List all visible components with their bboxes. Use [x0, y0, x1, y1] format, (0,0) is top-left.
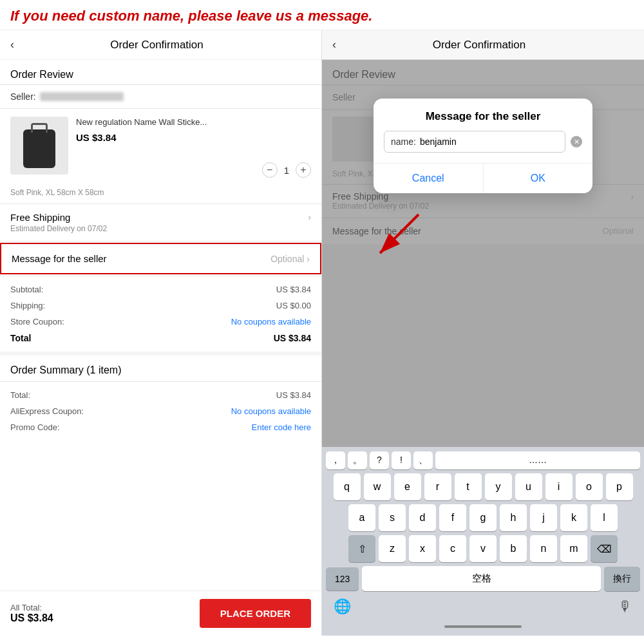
keyboard-mic-button[interactable]: 🎙: [613, 596, 638, 618]
dialog-clear-button[interactable]: ✕: [571, 136, 582, 147]
right-nav-bar: ‹ Order Confirmation: [322, 30, 644, 60]
key-period[interactable]: 。: [348, 451, 367, 469]
key-h[interactable]: h: [500, 504, 527, 531]
keyboard-globe-button[interactable]: 🌐: [328, 596, 356, 618]
os-coupon-value[interactable]: No coupons available: [231, 406, 311, 416]
quantity-row: − 1 +: [76, 162, 311, 178]
keyboard-row-2: a s d f g h j k l: [323, 502, 643, 533]
key-a[interactable]: a: [348, 504, 375, 531]
summary-section: Subtotal: US $3.84 Shipping: US $0.00 St…: [0, 276, 321, 352]
key-k[interactable]: k: [560, 504, 587, 531]
key-t[interactable]: t: [455, 473, 482, 500]
header-banner: If you need custom name, please leave us…: [0, 0, 644, 30]
coupon-value[interactable]: No coupons available: [231, 317, 311, 327]
key-u[interactable]: u: [515, 473, 542, 500]
coupon-label: Store Coupon:: [10, 317, 64, 327]
key-comma[interactable]: ，: [326, 451, 345, 469]
order-summary-heading: Order Summary (1 item): [0, 355, 321, 381]
key-question[interactable]: ?: [370, 451, 389, 469]
key-v[interactable]: v: [469, 535, 497, 562]
dialog-input-row: name: ✕: [374, 131, 592, 163]
key-space[interactable]: 空格: [362, 566, 601, 591]
ios-keyboard: ， 。 ? ! 、 …… q w e r t y u i o p: [322, 447, 644, 636]
os-total-label: Total:: [10, 390, 30, 400]
place-order-button[interactable]: PLACE ORDER: [200, 599, 311, 628]
dialog-cancel-button[interactable]: Cancel: [374, 164, 484, 193]
total-value: US $3.84: [274, 333, 311, 343]
key-j[interactable]: j: [530, 504, 557, 531]
total-label: Total: [10, 333, 31, 343]
subtotal-row: Subtotal: US $3.84: [10, 281, 311, 298]
key-switch[interactable]: 換行: [604, 567, 640, 591]
message-for-seller-row[interactable]: Message for the seller Optional ›: [0, 243, 321, 274]
dialog-title: Message for the seller: [374, 99, 592, 131]
shipping-cost-label: Shipping:: [10, 301, 45, 310]
left-back-button[interactable]: ‹: [10, 38, 14, 52]
dialog-message-input[interactable]: [420, 137, 558, 147]
key-s[interactable]: s: [379, 504, 406, 531]
subtotal-value: US $3.84: [276, 285, 311, 294]
key-numbers[interactable]: 123: [326, 567, 359, 591]
dialog-input-label: name:: [391, 137, 416, 147]
product-name: New regulation Name Wall Sticke...: [76, 117, 311, 128]
os-promo-value[interactable]: Enter code here: [251, 422, 311, 432]
key-w[interactable]: w: [364, 473, 391, 500]
left-nav-bar: ‹ Order Confirmation: [0, 30, 321, 60]
key-r[interactable]: r: [424, 473, 451, 500]
all-total-label: All Total:: [10, 603, 42, 612]
shipping-info: Free Shipping Estimated Delivery on 07/0…: [10, 212, 107, 233]
dialog-ok-button[interactable]: OK: [484, 164, 593, 193]
product-image: [10, 117, 68, 175]
key-n[interactable]: n: [530, 535, 557, 562]
key-p[interactable]: p: [606, 473, 633, 500]
shipping-row: Free Shipping Estimated Delivery on 07/0…: [0, 204, 321, 241]
key-e[interactable]: e: [394, 473, 421, 500]
shipping-chevron-icon: ›: [308, 212, 311, 222]
key-y[interactable]: y: [485, 473, 512, 500]
right-nav-title: Order Confirmation: [341, 39, 617, 52]
left-panel: ‹ Order Confirmation Order Review Seller…: [0, 30, 322, 636]
keyboard-special-row: ， 。 ? ! 、 ……: [323, 450, 643, 471]
product-price: US $3.84: [76, 132, 311, 143]
key-exclaim[interactable]: !: [392, 451, 411, 469]
key-c[interactable]: c: [439, 535, 466, 562]
qty-plus-button[interactable]: +: [296, 162, 311, 178]
dialog-input-container[interactable]: name:: [384, 131, 565, 153]
key-g[interactable]: g: [469, 504, 497, 531]
panels-container: ‹ Order Confirmation Order Review Seller…: [0, 30, 644, 636]
key-pause[interactable]: 、: [413, 451, 433, 469]
key-x[interactable]: x: [409, 535, 436, 562]
dialog-buttons: Cancel OK: [374, 163, 592, 193]
key-q[interactable]: q: [334, 473, 361, 500]
key-ellipsis[interactable]: ……: [435, 451, 640, 469]
key-d[interactable]: d: [409, 504, 436, 531]
key-l[interactable]: l: [591, 504, 618, 531]
key-f[interactable]: f: [439, 504, 466, 531]
seller-row: Seller:: [0, 85, 321, 108]
shipping-sublabel: Estimated Delivery on 07/02: [10, 224, 107, 233]
qty-minus-button[interactable]: −: [262, 162, 278, 178]
dialog-overlay: Message for the seller name: ✕ Cancel OK: [322, 60, 644, 447]
key-o[interactable]: o: [576, 473, 603, 500]
key-delete[interactable]: ⌫: [591, 535, 618, 562]
headline-text: If you need custom name, please leave us…: [10, 8, 634, 24]
qty-number: 1: [284, 165, 289, 176]
keyboard-mic-row: 🌐 🎙: [323, 593, 643, 620]
key-z[interactable]: z: [379, 535, 406, 562]
shipping-label: Free Shipping: [10, 212, 107, 223]
os-total-row: Total: US $3.84: [10, 387, 311, 403]
right-panel: ‹ Order Confirmation Order Review Seller: [322, 30, 644, 636]
right-back-button[interactable]: ‹: [332, 38, 336, 52]
product-row: New regulation Name Wall Sticke... US $3…: [0, 109, 321, 185]
message-optional: Optional ›: [270, 254, 310, 264]
keyboard-bottom-row: 123 空格 換行: [323, 564, 643, 593]
total-row: Total US $3.84: [10, 330, 311, 346]
home-indicator-bar: [444, 625, 522, 628]
order-review-heading: Order Review: [0, 60, 321, 84]
product-luggage-icon: [23, 129, 55, 168]
order-summary-section: Total: US $3.84 AliExpress Coupon: No co…: [0, 382, 321, 440]
key-i[interactable]: i: [545, 473, 573, 500]
key-m[interactable]: m: [560, 535, 587, 562]
key-shift[interactable]: ⇧: [348, 535, 375, 562]
key-b[interactable]: b: [500, 535, 527, 562]
